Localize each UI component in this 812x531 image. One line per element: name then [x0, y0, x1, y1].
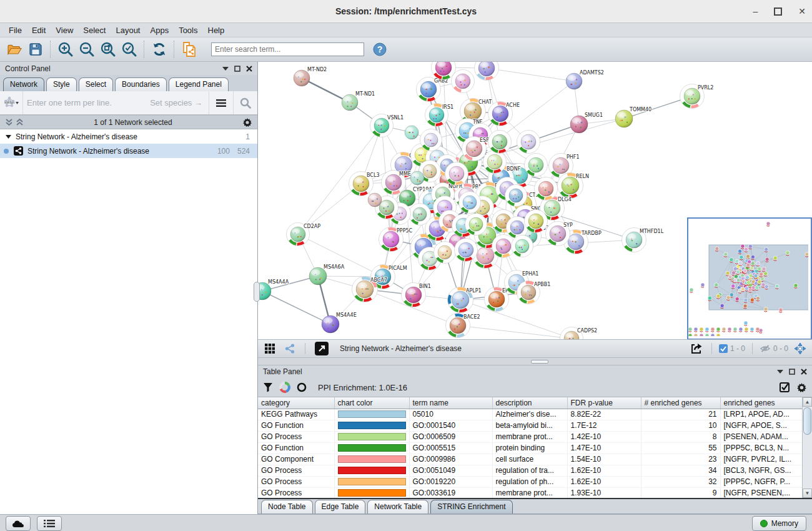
string-protein-query-button[interactable]: STRING	[0, 91, 23, 114]
table-tab-network-table[interactable]: Network Table	[367, 500, 428, 514]
horizontal-splitter[interactable]	[258, 357, 812, 365]
network-node-adamts2[interactable]: ADAMTS2	[566, 70, 604, 89]
network-node-abca7[interactable]: ABCA7	[352, 277, 387, 302]
collapse-all-icon[interactable]	[5, 118, 13, 127]
table-row[interactable]: GO ProcessGO:0006509membrane prot...1.42…	[258, 431, 803, 442]
enrichment-settings-gear-icon[interactable]	[796, 382, 807, 393]
maximize-button[interactable]	[774, 7, 782, 16]
table-row[interactable]: GO ComponentGO:0009986cell surface1.54E-…	[258, 454, 803, 465]
menu-item-apps[interactable]: Apps	[146, 24, 174, 36]
network-node-mthfd1l[interactable]: MTHFD1L	[622, 228, 664, 252]
menu-item-file[interactable]: File	[4, 24, 27, 36]
network-node[interactable]	[483, 151, 507, 174]
column-header[interactable]: term name	[409, 397, 492, 409]
scroll-up-button[interactable]: ▲	[803, 397, 812, 407]
zoom-out-button[interactable]	[76, 39, 97, 59]
share-view-button[interactable]	[282, 342, 298, 355]
network-node-mt-nd1[interactable]: MT-ND1	[342, 91, 375, 111]
network-node-irs1[interactable]: IRS1	[425, 104, 454, 127]
column-header[interactable]: description	[492, 397, 567, 409]
scroll-down-button[interactable]: ▼	[803, 489, 812, 498]
copy-network-button[interactable]	[179, 39, 200, 59]
network-view[interactable]: MT-ND2MT-ND1VSNL1GAB2IRS1CHATACHEADAMTS2…	[258, 62, 812, 339]
annotation-mode-button[interactable]	[312, 342, 331, 355]
network-node-smug1[interactable]: SMUG1	[570, 112, 603, 133]
zoom-fit-button[interactable]	[97, 39, 119, 59]
float-panel-icon[interactable]	[789, 369, 795, 375]
float-panel-icon[interactable]	[234, 66, 240, 72]
network-node[interactable]	[434, 242, 456, 264]
network-node[interactable]	[455, 239, 478, 262]
grid-view-button[interactable]	[262, 342, 278, 355]
table-row[interactable]: GO ProcessGO:0019220regulation of ph...1…	[258, 476, 803, 487]
network-node[interactable]	[505, 185, 527, 207]
column-header[interactable]: chart color	[334, 397, 409, 409]
close-panel-icon[interactable]	[246, 66, 252, 72]
network-edge[interactable]	[458, 325, 572, 339]
network-node[interactable]	[405, 126, 418, 139]
ring-chart-icon[interactable]	[297, 382, 307, 392]
network-edge[interactable]	[487, 68, 574, 81]
table-row[interactable]: GO FunctionGO:0001540beta-amyloid bi...1…	[258, 420, 803, 431]
tab-style[interactable]: Style	[46, 77, 77, 91]
network-edge[interactable]	[262, 291, 330, 324]
network-node-bace2[interactable]: BACE2	[446, 314, 480, 338]
table-row[interactable]: GO ProcessGO:0033619membrane prot...1.93…	[258, 487, 803, 499]
string-search-button[interactable]	[233, 91, 257, 114]
column-header[interactable]: FDR p-value	[567, 397, 641, 409]
string-options-button[interactable]	[209, 91, 233, 114]
network-node[interactable]	[488, 131, 512, 154]
network-node[interactable]	[459, 192, 481, 214]
network-node[interactable]	[465, 214, 487, 236]
menu-item-layout[interactable]: Layout	[111, 24, 145, 36]
splitter-grip[interactable]	[531, 360, 548, 364]
table-row[interactable]: KEGG Pathways05010Alzheimer's dise...8.8…	[258, 409, 803, 420]
column-header[interactable]: enriched genes	[720, 397, 803, 409]
birdseye-toggle-button[interactable]	[792, 342, 808, 355]
network-node[interactable]	[512, 236, 533, 257]
export-network-button[interactable]	[688, 342, 705, 355]
network-node-cd2ap[interactable]: CD2AP	[287, 223, 321, 246]
menu-item-help[interactable]: Help	[203, 24, 230, 36]
string-query-input[interactable]	[23, 91, 150, 114]
menu-item-select[interactable]: Select	[78, 24, 111, 36]
network-node[interactable]	[452, 70, 475, 93]
network-node-apbb1[interactable]: APBB1	[517, 281, 551, 304]
network-node-tomm40[interactable]: TOMM40	[615, 107, 651, 127]
scrollbar-thumb[interactable]	[803, 407, 811, 435]
network-node[interactable]	[445, 162, 468, 186]
network-node-bin1[interactable]: BIN1	[402, 283, 431, 307]
network-edge[interactable]	[298, 234, 383, 277]
refresh-button[interactable]	[149, 39, 170, 59]
network-node-bcl3[interactable]: BCL3	[349, 172, 380, 196]
panel-splitter-handle[interactable]	[254, 282, 260, 302]
network-options-gear-icon[interactable]	[242, 117, 252, 127]
tab-legend-panel[interactable]: Legend Panel	[169, 77, 229, 91]
tab-select[interactable]: Select	[79, 77, 113, 91]
column-header[interactable]: category	[258, 397, 334, 409]
network-node[interactable]	[409, 204, 431, 226]
enrichment-table[interactable]: categorychart colorterm namedescriptionF…	[258, 397, 812, 499]
birdseye-view[interactable]	[687, 217, 812, 339]
table-tab-edge-table[interactable]: Edge Table	[315, 500, 366, 514]
tab-network[interactable]: Network	[3, 77, 44, 91]
network-node-vsnl1[interactable]: VSNL1	[370, 114, 404, 137]
table-tab-string-enrichment[interactable]: STRING Enrichment	[430, 500, 512, 514]
tree-expander-icon[interactable]	[6, 134, 11, 139]
network-node-gab2[interactable]: GAB2	[417, 77, 448, 102]
network-node[interactable]	[410, 171, 424, 185]
open-session-button[interactable]	[4, 39, 25, 59]
table-row[interactable]: GO ProcessGO:0051049regulation of tra...…	[258, 465, 803, 476]
network-node[interactable]	[535, 177, 558, 201]
menu-item-edit[interactable]: Edit	[27, 24, 51, 36]
panel-menu-icon[interactable]	[222, 66, 229, 71]
filter-icon[interactable]	[263, 382, 273, 392]
network-node[interactable]	[517, 131, 540, 154]
menu-item-tools[interactable]: Tools	[174, 24, 202, 36]
close-panel-icon[interactable]	[801, 369, 807, 375]
memory-button[interactable]: Memory	[752, 516, 806, 531]
minimize-button[interactable]: –	[753, 7, 758, 16]
select-check-icon[interactable]	[780, 382, 790, 393]
network-row-selected[interactable]: String Network - Alzheimer's disease 100…	[0, 144, 257, 158]
panel-menu-icon[interactable]	[777, 369, 783, 374]
